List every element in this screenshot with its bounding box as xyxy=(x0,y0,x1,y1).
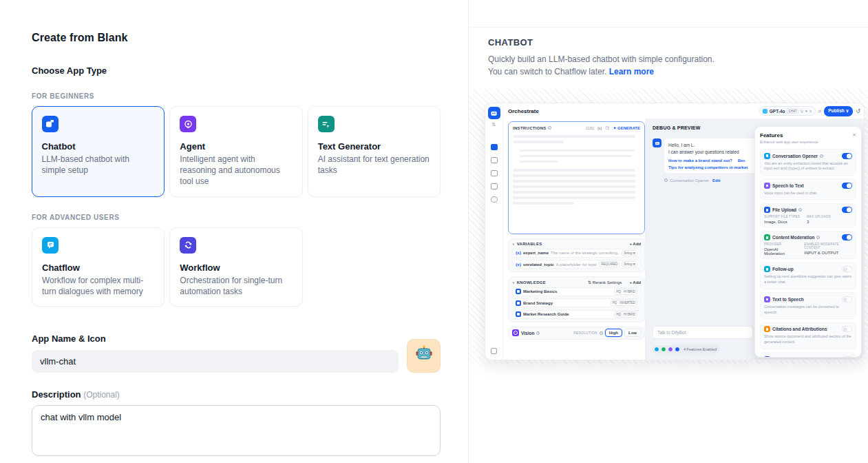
add-variable-button: + Add xyxy=(629,242,641,246)
preview-nav-icons xyxy=(491,144,498,203)
learn-more-link[interactable]: Learn more xyxy=(609,67,654,76)
chevron-down-icon: ∨ xyxy=(512,242,515,246)
text-generator-icon xyxy=(318,116,335,132)
feature-toggle[interactable] xyxy=(842,296,852,302)
advanced-app-type-cards: Chatflow Workflow for complex multi-turn… xyxy=(32,227,441,307)
app-name-label: App Name & Icon xyxy=(32,333,399,344)
app-icon-picker[interactable] xyxy=(407,339,441,373)
bot-avatar xyxy=(653,138,661,147)
feature-toggle[interactable] xyxy=(842,207,852,213)
speech-to-text-icon xyxy=(764,183,770,189)
rerank-settings-button: ⇅ Rerank Settings xyxy=(588,280,622,285)
features-enabled-badge: 4 Features Enabled xyxy=(653,345,720,353)
info-icon: i xyxy=(820,154,823,158)
content-moderation-icon xyxy=(764,234,770,240)
app-type-desc: AI assistant for text generation tasks xyxy=(318,154,430,176)
document-icon xyxy=(516,300,521,306)
close-icon: ✕ xyxy=(852,132,856,138)
preview-heading: CHATBOT xyxy=(488,37,849,48)
conversation-opener-icon xyxy=(764,153,770,159)
history-icon: ↺ xyxy=(856,108,860,114)
follow-up-icon xyxy=(764,266,770,272)
knowledge-row: Market Research Guide HQ · HYBRID xyxy=(512,310,641,319)
bot-avatar xyxy=(488,107,500,119)
variables-panel: ∨ VARIABLES + Add {x} expert_name The na… xyxy=(508,238,645,272)
create-from-blank-panel: Create from Blank Choose App Type FOR BE… xyxy=(0,0,468,463)
app-type-card-chatbot[interactable]: Chatbot LLM-based chatbot with simple se… xyxy=(32,106,165,197)
document-icon xyxy=(516,311,521,317)
conversation-opener-mini-icon xyxy=(654,347,659,352)
app-type-card-workflow[interactable]: Workflow Orchestration for single-turn a… xyxy=(169,227,302,307)
beginner-app-type-cards: Chatbot LLM-based chatbot with simple se… xyxy=(32,106,441,197)
model-selector: GPT-4o CHAT ◎ ● ∨ xyxy=(759,106,815,116)
app-type-name: Chatflow xyxy=(42,263,154,273)
app-type-name: Chatbot xyxy=(42,141,155,152)
feature-toggle[interactable] xyxy=(842,183,852,189)
resolution-high-button: High xyxy=(605,329,622,337)
opener-icon xyxy=(664,178,668,182)
for-advanced-users-label: FOR ADVANCED USERS xyxy=(32,214,441,221)
document-icon xyxy=(516,289,521,294)
knowledge-row: Marketing Basics HQ · HYBRID xyxy=(512,287,641,296)
variables-icon: {x} xyxy=(597,126,602,130)
nav-image-icon xyxy=(491,157,498,163)
agent-icon xyxy=(180,116,196,132)
for-beginners-label: FOR BEGINNERS xyxy=(32,92,441,100)
app-type-desc: Intelligent agent with reasoning and aut… xyxy=(180,154,292,187)
feature-card-speech-to-text: Speech to Text Voice input can be used i… xyxy=(760,178,856,200)
text-to-speech-icon xyxy=(764,296,770,302)
gear-icon: ● xyxy=(805,109,807,113)
feature-card-conversation-opener: Conversation Opener i You are an entity … xyxy=(760,149,856,176)
info-icon: i xyxy=(600,331,603,335)
feature-card-text-to-speech: Text to Speech Conversation messages can… xyxy=(760,292,856,319)
chevron-down-icon: ∨ xyxy=(512,280,515,285)
knowledge-row: Brand Strategy HQ · INVERTED xyxy=(512,298,641,307)
chat-input: Talk to DifyBot xyxy=(653,326,753,339)
app-type-card-agent[interactable]: Agent Intelligent agent with reasoning a… xyxy=(169,106,302,197)
info-icon: i xyxy=(816,236,820,239)
feature-card-content-moderation: Content Moderation i PROVIDEROpenAI Mode… xyxy=(760,231,856,260)
robot-emoji-icon xyxy=(414,344,434,367)
feature-toggle[interactable] xyxy=(842,266,852,272)
add-knowledge-button: + Add xyxy=(629,280,641,285)
app-type-name: Workflow xyxy=(180,263,292,273)
annotation-reply-icon xyxy=(764,356,770,358)
app-type-desc: Workflow for complex multi-turn dialogue… xyxy=(42,275,154,297)
bot-message-bubble: Hello, I am L. I can answer your questio… xyxy=(664,138,769,173)
page-title: Create from Blank xyxy=(32,32,441,44)
vision-row: Vision i RESOLUTION i High Low xyxy=(508,327,645,340)
app-type-card-chatflow[interactable]: Chatflow Workflow for complex multi-turn… xyxy=(32,227,165,307)
workflow-icon xyxy=(180,237,196,254)
resolution-low-button: Low xyxy=(624,329,641,337)
knowledge-panel: ∨ KNOWLEDGE ⇅ Rerank Settings + Add Mark… xyxy=(508,276,645,322)
chatbot-preview-screenshot: ⇅ Orchestrate GPT-4o xyxy=(485,103,865,360)
features-panel: Features Enhance web app user experience… xyxy=(754,126,862,358)
app-name-input[interactable] xyxy=(32,350,399,373)
description-label: Description xyxy=(32,389,81,400)
app-type-desc: Orchestration for single-turn automation… xyxy=(180,275,292,297)
app-type-name: Agent xyxy=(180,141,292,152)
feature-toggle[interactable] xyxy=(842,326,852,332)
suggestion-link: Bes xyxy=(738,158,745,163)
feature-toggle[interactable] xyxy=(842,153,852,159)
preview-sidebar-rail: ⇅ xyxy=(485,103,503,360)
feature-card-file-upload: File Upload i SUPPORT FILE TYPESImage, D… xyxy=(760,203,856,228)
app-type-name: Text Generator xyxy=(318,141,430,152)
feature-toggle[interactable] xyxy=(842,234,852,240)
app-name-row: App Name & Icon xyxy=(32,333,441,373)
suggestion-link: Tips for analyzing competitors in market xyxy=(668,165,748,169)
feature-toggle[interactable] xyxy=(842,356,852,358)
file-upload-icon xyxy=(764,207,770,213)
description-label-row: Description (Optional) xyxy=(32,389,441,400)
variable-row: {x} unrelated_topic A placeholder for to… xyxy=(512,260,641,269)
info-icon: i xyxy=(536,331,540,335)
feature-card-annotation-reply: Annotation Reply xyxy=(760,352,856,358)
speech-to-text-mini-icon xyxy=(668,347,673,352)
preview-stripe-area: ⇅ Orchestrate GPT-4o xyxy=(469,89,868,364)
description-optional-label: (Optional) xyxy=(83,390,120,400)
preview-topbar: Orchestrate GPT-4o CHAT ◎ ● ∨ ⇄ Publish … xyxy=(503,103,864,119)
description-textarea[interactable]: chat with vllm model xyxy=(32,405,441,456)
char-count: 2182 xyxy=(586,126,594,130)
variable-row: {x} expert_name The name of the strategi… xyxy=(512,249,641,258)
app-type-card-text-generator[interactable]: Text Generator AI assistant for text gen… xyxy=(308,106,441,197)
